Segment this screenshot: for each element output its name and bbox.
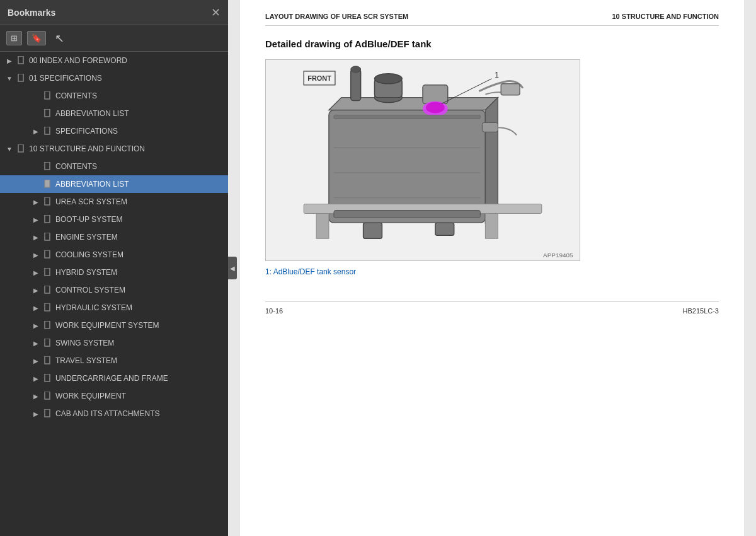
- sidebar-item-swing[interactable]: ▶ SWING SYSTEM: [0, 334, 228, 352]
- sidebar-item-work-equip[interactable]: ▶ WORK EQUIPMENT: [0, 387, 228, 405]
- sidebar-item-label: WORK EQUIPMENT SYSTEM: [55, 321, 224, 330]
- sidebar-item-travel[interactable]: ▶ TRAVEL SYSTEM: [0, 352, 228, 370]
- chevron-right-icon: ▶: [32, 358, 40, 364]
- bookmark-flag-icon: [43, 321, 52, 330]
- svg-rect-16: [45, 339, 50, 346]
- svg-rect-17: [45, 356, 50, 364]
- sidebar-item-engine[interactable]: ▶ ENGINE SYSTEM: [0, 228, 228, 246]
- svg-rect-33: [423, 85, 448, 104]
- sidebar-item-label: BOOT-UP SYSTEM: [55, 215, 224, 224]
- bookmark-flag-icon: [43, 91, 52, 100]
- bookmark-flag-icon: [43, 233, 52, 242]
- document-page: LAYOUT DRAWING OF UREA SCR SYSTEM 10 STR…: [240, 0, 744, 536]
- page-header: LAYOUT DRAWING OF UREA SCR SYSTEM 10 STR…: [265, 13, 719, 26]
- svg-rect-13: [45, 286, 50, 293]
- svg-rect-15: [45, 321, 50, 329]
- bookmark-icon: 🔖: [32, 33, 42, 43]
- sidebar-item-label: COOLING SYSTEM: [55, 250, 224, 259]
- bookmark-flag-icon: [43, 197, 52, 206]
- sidebar-header: Bookmarks ✕: [0, 0, 228, 25]
- diagram-svg: FRONT: [266, 60, 580, 260]
- sidebar-item-label: HYBRID SYSTEM: [55, 268, 224, 277]
- sidebar-item-label: CONTENTS: [55, 162, 224, 171]
- sidebar-item-01-contents[interactable]: CONTENTS: [0, 87, 228, 105]
- sidebar-item-label: TRAVEL SYSTEM: [55, 356, 224, 365]
- svg-point-29: [374, 74, 402, 84]
- svg-rect-48: [482, 122, 498, 132]
- sidebar-collapse-button[interactable]: [228, 257, 237, 279]
- main-content: LAYOUT DRAWING OF UREA SCR SYSTEM 10 STR…: [228, 0, 756, 536]
- sidebar-item-01-abbrev[interactable]: ABBREVIATION LIST: [0, 105, 228, 122]
- sidebar-item-label: SWING SYSTEM: [55, 339, 224, 347]
- svg-rect-0: [18, 56, 23, 64]
- bookmark-flag-icon: [43, 127, 52, 136]
- sidebar-item-10-abbrev[interactable]: ABBREVIATION LIST: [0, 175, 228, 193]
- sidebar-title: Bookmarks: [8, 8, 55, 18]
- sidebar-item-hydraulic[interactable]: ▶ HYDRAULIC SYSTEM: [0, 299, 228, 317]
- page-footer: 10-16 HB215LC-3: [265, 301, 719, 315]
- svg-rect-32: [501, 84, 520, 95]
- sidebar-item-undercarriage[interactable]: ▶ UNDERCARRIAGE AND FRAME: [0, 370, 228, 387]
- svg-rect-20: [45, 409, 50, 417]
- bookmark-flag-icon: [43, 250, 52, 259]
- sidebar-item-label: WORK EQUIPMENT: [55, 392, 224, 400]
- sidebar-item-10-structure[interactable]: ▼ 10 STRUCTURE AND FUNCTION: [0, 140, 228, 158]
- bookmark-flag-icon: [43, 286, 52, 294]
- svg-point-31: [351, 66, 361, 73]
- sidebar-item-label: CONTENTS: [55, 91, 224, 100]
- sidebar-item-label: UREA SCR SYSTEM: [55, 197, 224, 206]
- sidebar-item-boot-up[interactable]: ▶ BOOT-UP SYSTEM: [0, 211, 228, 228]
- bookmark-view-button[interactable]: 🔖: [27, 31, 46, 45]
- sidebar-item-10-contents[interactable]: CONTENTS: [0, 158, 228, 175]
- svg-rect-5: [18, 144, 23, 152]
- diagram-container: FRONT: [265, 59, 580, 261]
- chevron-right-icon: ▶: [32, 287, 40, 294]
- svg-rect-39: [435, 223, 454, 235]
- sidebar-item-label: UNDERCARRIAGE AND FRAME: [55, 374, 224, 383]
- svg-text:APP19405: APP19405: [543, 252, 573, 259]
- sidebar-item-01-specs[interactable]: ▼ 01 SPECIFICATIONS: [0, 69, 228, 87]
- sidebar-item-label: CAB AND ITS ATTACHMENTS: [55, 409, 224, 418]
- chevron-right-icon: ▶: [32, 393, 40, 400]
- cursor-icon: ↖: [55, 32, 64, 45]
- sidebar: Bookmarks ✕ ⊞ 🔖 ↖ ▶ 00 INDEX AND FOREWOR…: [0, 0, 228, 536]
- svg-rect-2: [45, 91, 50, 99]
- sidebar-item-label: ABBREVIATION LIST: [55, 180, 224, 189]
- bookmark-flag-icon: [43, 268, 52, 277]
- svg-rect-11: [45, 250, 50, 258]
- svg-rect-30: [351, 69, 361, 101]
- page-number-right: HB215LC-3: [683, 307, 719, 315]
- svg-rect-8: [45, 197, 50, 205]
- bookmark-flag-icon: [43, 339, 52, 347]
- sidebar-item-label: 10 STRUCTURE AND FUNCTION: [29, 144, 224, 153]
- sidebar-item-work-equip-system[interactable]: ▶ WORK EQUIPMENT SYSTEM: [0, 317, 228, 334]
- chevron-down-icon: ▼: [5, 146, 14, 153]
- bookmark-flag-icon: [43, 356, 52, 365]
- sidebar-close-button[interactable]: ✕: [211, 7, 220, 18]
- bookmark-flag-icon: [43, 374, 52, 383]
- svg-rect-41: [316, 213, 329, 238]
- chevron-right-icon: ▶: [32, 322, 40, 329]
- chevron-right-icon: ▶: [32, 252, 40, 259]
- sidebar-item-label: 00 INDEX AND FOREWORD: [29, 56, 224, 65]
- sidebar-item-cab[interactable]: ▶ CAB AND ITS ATTACHMENTS: [0, 405, 228, 422]
- chevron-right-icon: ▶: [32, 269, 40, 276]
- sidebar-item-hybrid[interactable]: ▶ HYBRID SYSTEM: [0, 264, 228, 281]
- sidebar-item-label: HYDRAULIC SYSTEM: [55, 303, 224, 312]
- svg-rect-18: [45, 374, 50, 382]
- bookmark-flag-icon: [16, 74, 25, 83]
- sidebar-item-label: SPECIFICATIONS: [55, 127, 224, 136]
- svg-rect-14: [45, 303, 50, 311]
- sidebar-item-00-index[interactable]: ▶ 00 INDEX AND FOREWORD: [0, 52, 228, 69]
- bookmark-flag-icon: [43, 162, 52, 171]
- svg-rect-44: [334, 211, 481, 218]
- page-header-right: 10 STRUCTURE AND FUNCTION: [612, 13, 719, 20]
- document-section-title: Detailed drawing of AdBlue/DEF tank: [265, 38, 719, 49]
- chevron-right-icon: ▶: [32, 234, 40, 241]
- expand-all-button[interactable]: ⊞: [6, 31, 22, 45]
- sidebar-item-urea-scr[interactable]: ▶ UREA SCR SYSTEM: [0, 193, 228, 211]
- sidebar-item-cooling[interactable]: ▶ COOLING SYSTEM: [0, 246, 228, 264]
- sidebar-item-control[interactable]: ▶ CONTROL SYSTEM: [0, 281, 228, 299]
- sidebar-item-01-specifications[interactable]: ▶ SPECIFICATIONS: [0, 122, 228, 140]
- chevron-down-icon: ▼: [5, 75, 14, 82]
